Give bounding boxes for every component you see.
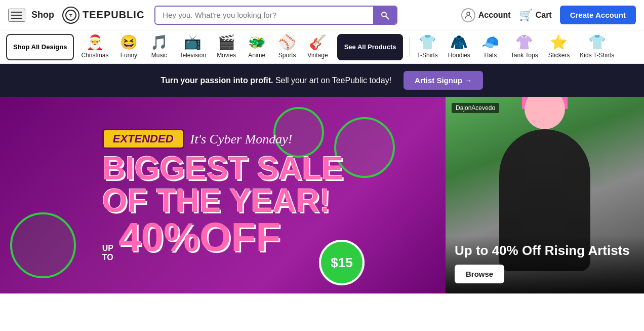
nav-item-christmas[interactable]: 🎅 Christmas bbox=[76, 32, 113, 62]
nav-divider bbox=[409, 37, 410, 57]
nav-item-music-label: Music bbox=[151, 52, 167, 59]
cart-icon: 🛒 bbox=[519, 9, 533, 22]
nav-item-kids-tshirts[interactable]: 👕 Kids T-Shirts bbox=[575, 32, 619, 62]
see-all-products-button[interactable]: See All Products bbox=[337, 34, 404, 60]
nav-item-anime[interactable]: 🐲 Anime bbox=[242, 32, 272, 62]
nav-item-television[interactable]: 📺 Television bbox=[174, 32, 211, 62]
logo-text: TEEPUBLIC bbox=[83, 9, 144, 21]
nav-item-tshirts[interactable]: 👕 T-Shirts bbox=[412, 32, 442, 62]
browse-button[interactable]: Browse bbox=[455, 265, 504, 283]
sports-icon: ⚾ bbox=[278, 35, 296, 50]
search-button[interactable] bbox=[373, 7, 396, 24]
nav-item-hoodies[interactable]: 🧥 Hoodies bbox=[443, 32, 475, 62]
header: Shop T TEEPUBLIC Account bbox=[0, 0, 644, 30]
search-bar bbox=[154, 6, 397, 25]
artist-banner: Turn your passion into profit. Sell your… bbox=[0, 64, 644, 97]
tshirts-icon: 👕 bbox=[419, 35, 436, 50]
artist-banner-normal-text: Sell your art on TeePublic today! bbox=[275, 76, 391, 85]
music-icon: 🎵 bbox=[150, 35, 168, 50]
nav-item-tshirts-label: T-Shirts bbox=[417, 52, 437, 59]
stickers-icon: ⭐ bbox=[550, 35, 568, 50]
main-content: EXTENDED It's Cyber Monday! BIGGEST SALE… bbox=[0, 97, 644, 293]
nav-item-vintage[interactable]: 🎸 Vintage bbox=[302, 32, 333, 62]
nav-item-christmas-label: Christmas bbox=[81, 52, 108, 59]
side-promo-heading: Up to 40% Off Rising Artists bbox=[455, 243, 635, 259]
forty-off-label: 40%OFF bbox=[118, 217, 280, 258]
nav-item-anime-label: Anime bbox=[248, 52, 265, 59]
see-all-products-label: See All Products bbox=[344, 43, 396, 51]
artist-signup-button[interactable]: Artist Signup → bbox=[404, 71, 483, 90]
shop-all-designs-label: Shop All Designs bbox=[13, 43, 67, 51]
nav-item-hats-label: Hats bbox=[484, 52, 497, 59]
television-icon: 📺 bbox=[184, 35, 202, 50]
nav-item-tank-tops-label: Tank Tops bbox=[511, 52, 538, 59]
header-right: Account 🛒 Cart Create Account bbox=[461, 6, 636, 24]
svg-point-4 bbox=[467, 12, 470, 15]
hero-content: EXTENDED It's Cyber Monday! BIGGEST SALE… bbox=[82, 117, 364, 274]
up-to-label: UP TO bbox=[102, 244, 113, 262]
nav-item-music[interactable]: 🎵 Music bbox=[144, 32, 174, 62]
anime-icon: 🐲 bbox=[248, 35, 266, 50]
account-button[interactable]: Account bbox=[461, 8, 511, 22]
search-icon bbox=[380, 11, 389, 20]
nav-item-stickers[interactable]: ⭐ Stickers bbox=[543, 32, 575, 62]
nav-item-hoodies-label: Hoodies bbox=[448, 52, 470, 59]
account-label: Account bbox=[478, 11, 511, 20]
christmas-icon: 🎅 bbox=[86, 35, 104, 50]
nav-bar: Shop All Designs 🎅 Christmas 😆 Funny 🎵 M… bbox=[0, 30, 644, 64]
nav-item-kids-tshirts-label: Kids T-Shirts bbox=[580, 52, 614, 59]
cart-button[interactable]: 🛒 Cart bbox=[519, 9, 552, 22]
nav-item-funny[interactable]: 😆 Funny bbox=[113, 32, 144, 62]
artist-banner-bold-text: Turn your passion into profit. bbox=[161, 76, 273, 85]
logo-icon: T bbox=[62, 7, 79, 24]
shop-label: Shop bbox=[31, 10, 54, 20]
search-input[interactable] bbox=[155, 7, 373, 23]
kids-tshirts-icon: 👕 bbox=[588, 35, 606, 50]
svg-line-3 bbox=[386, 16, 389, 19]
side-panel: DajonAcevedo Up to 40% Off Rising Artist… bbox=[446, 97, 644, 293]
cyber-monday-label: It's Cyber Monday! bbox=[190, 132, 293, 147]
svg-text:T: T bbox=[69, 13, 72, 18]
cart-label: Cart bbox=[536, 11, 552, 20]
logo-area: T TEEPUBLIC bbox=[62, 7, 144, 24]
hamburger-menu-button[interactable] bbox=[8, 9, 25, 22]
account-icon bbox=[461, 8, 475, 22]
nav-item-hats[interactable]: 🧢 Hats bbox=[475, 32, 506, 62]
funny-icon: 😆 bbox=[120, 35, 138, 50]
nav-item-vintage-label: Vintage bbox=[307, 52, 328, 59]
side-promo-overlay: Up to 40% Off Rising Artists Browse bbox=[446, 235, 644, 293]
artist-name-label: DajonAcevedo bbox=[452, 103, 499, 113]
create-account-button[interactable]: Create Account bbox=[560, 6, 636, 24]
shop-all-designs-button[interactable]: Shop All Designs bbox=[6, 34, 74, 60]
biggest-sale-label: BIGGEST SALE bbox=[102, 152, 344, 185]
nav-item-sports-label: Sports bbox=[278, 52, 296, 59]
nav-item-funny-label: Funny bbox=[120, 52, 137, 59]
nav-item-movies[interactable]: 🎬 Movies bbox=[211, 32, 242, 62]
nav-item-stickers-label: Stickers bbox=[548, 52, 570, 59]
nav-item-movies-label: Movies bbox=[217, 52, 236, 59]
nav-item-television-label: Television bbox=[179, 52, 206, 59]
nav-item-tank-tops[interactable]: 👚 Tank Tops bbox=[506, 32, 543, 62]
nav-item-sports[interactable]: ⚾ Sports bbox=[272, 32, 302, 62]
hoodies-icon: 🧥 bbox=[450, 35, 468, 50]
tank-tops-icon: 👚 bbox=[515, 35, 533, 50]
movies-icon: 🎬 bbox=[218, 35, 235, 50]
of-the-year-label: OF THE YEAR! bbox=[102, 185, 344, 217]
hero-banner: EXTENDED It's Cyber Monday! BIGGEST SALE… bbox=[0, 97, 446, 293]
artist-banner-text: Turn your passion into profit. Sell your… bbox=[161, 76, 392, 85]
extended-badge: EXTENDED bbox=[102, 129, 184, 149]
hats-icon: 🧢 bbox=[481, 35, 499, 50]
ornament-3 bbox=[10, 212, 76, 278]
vintage-icon: 🎸 bbox=[309, 35, 327, 50]
person-head bbox=[525, 97, 565, 129]
